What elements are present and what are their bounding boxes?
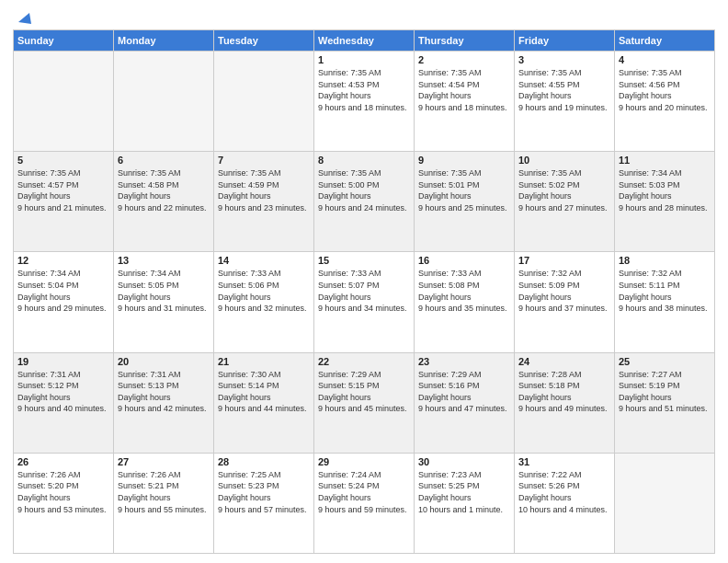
day-info: Sunrise: 7:35 AMSunset: 4:53 PMDaylight … xyxy=(318,67,410,113)
logo-wordmark xyxy=(13,9,33,22)
day-info: Sunrise: 7:32 AMSunset: 5:11 PMDaylight … xyxy=(619,268,711,314)
day-number: 7 xyxy=(218,155,310,166)
day-info: Sunrise: 7:35 AMSunset: 5:00 PMDaylight … xyxy=(318,167,410,213)
calendar-cell: 18Sunrise: 7:32 AMSunset: 5:11 PMDayligh… xyxy=(615,252,715,352)
calendar-cell: 15Sunrise: 7:33 AMSunset: 5:07 PMDayligh… xyxy=(314,252,415,352)
day-info: Sunrise: 7:35 AMSunset: 5:02 PMDaylight … xyxy=(518,167,610,213)
day-number: 8 xyxy=(318,155,410,166)
calendar-cell: 4Sunrise: 7:35 AMSunset: 4:56 PMDaylight… xyxy=(615,52,715,152)
day-info: Sunrise: 7:34 AMSunset: 5:05 PMDaylight … xyxy=(118,268,210,314)
calendar-cell: 22Sunrise: 7:29 AMSunset: 5:15 PMDayligh… xyxy=(314,352,415,453)
calendar-cell: 29Sunrise: 7:24 AMSunset: 5:24 PMDayligh… xyxy=(314,453,415,553)
col-header-sunday: Sunday xyxy=(14,30,114,52)
calendar-cell: 24Sunrise: 7:28 AMSunset: 5:18 PMDayligh… xyxy=(515,352,615,453)
day-number: 2 xyxy=(418,54,510,65)
calendar-cell: 12Sunrise: 7:34 AMSunset: 5:04 PMDayligh… xyxy=(14,252,114,352)
col-header-saturday: Saturday xyxy=(615,30,715,52)
calendar-cell: 13Sunrise: 7:34 AMSunset: 5:05 PMDayligh… xyxy=(114,252,214,352)
col-header-monday: Monday xyxy=(114,30,214,52)
calendar-cell: 3Sunrise: 7:35 AMSunset: 4:55 PMDaylight… xyxy=(515,52,615,152)
day-number: 24 xyxy=(518,356,610,367)
day-info: Sunrise: 7:35 AMSunset: 4:55 PMDaylight … xyxy=(518,67,610,113)
day-info: Sunrise: 7:23 AMSunset: 5:25 PMDaylight … xyxy=(418,469,510,515)
calendar-week-row: 26Sunrise: 7:26 AMSunset: 5:20 PMDayligh… xyxy=(14,453,715,553)
calendar-cell: 16Sunrise: 7:33 AMSunset: 5:08 PMDayligh… xyxy=(415,252,515,352)
day-info: Sunrise: 7:22 AMSunset: 5:26 PMDaylight … xyxy=(518,469,610,515)
calendar-table: SundayMondayTuesdayWednesdayThursdayFrid… xyxy=(13,29,715,554)
day-number: 10 xyxy=(518,155,610,166)
calendar-week-row: 5Sunrise: 7:35 AMSunset: 4:57 PMDaylight… xyxy=(14,152,715,252)
day-info: Sunrise: 7:35 AMSunset: 4:57 PMDaylight … xyxy=(17,167,109,213)
day-number: 20 xyxy=(118,356,210,367)
day-info: Sunrise: 7:33 AMSunset: 5:07 PMDaylight … xyxy=(318,268,410,314)
day-number: 11 xyxy=(619,155,711,166)
day-number: 25 xyxy=(619,356,711,367)
calendar-cell: 10Sunrise: 7:35 AMSunset: 5:02 PMDayligh… xyxy=(515,152,615,252)
calendar-cell: 31Sunrise: 7:22 AMSunset: 5:26 PMDayligh… xyxy=(515,453,615,553)
day-number: 6 xyxy=(118,155,210,166)
col-header-friday: Friday xyxy=(515,30,615,52)
day-number: 17 xyxy=(518,255,610,266)
calendar-week-row: 1Sunrise: 7:35 AMSunset: 4:53 PMDaylight… xyxy=(14,52,715,152)
day-number: 1 xyxy=(318,54,410,65)
day-info: Sunrise: 7:34 AMSunset: 5:04 PMDaylight … xyxy=(17,268,109,314)
day-number: 19 xyxy=(17,356,109,367)
day-number: 5 xyxy=(17,155,109,166)
calendar-cell: 2Sunrise: 7:35 AMSunset: 4:54 PMDaylight… xyxy=(415,52,515,152)
svg-marker-3 xyxy=(18,13,31,24)
day-number: 15 xyxy=(318,255,410,266)
day-number: 22 xyxy=(318,356,410,367)
day-info: Sunrise: 7:31 AMSunset: 5:13 PMDaylight … xyxy=(118,369,210,415)
calendar-cell: 9Sunrise: 7:35 AMSunset: 5:01 PMDaylight… xyxy=(415,152,515,252)
calendar-cell: 20Sunrise: 7:31 AMSunset: 5:13 PMDayligh… xyxy=(114,352,214,453)
day-info: Sunrise: 7:26 AMSunset: 5:20 PMDaylight … xyxy=(17,469,109,515)
day-info: Sunrise: 7:29 AMSunset: 5:15 PMDaylight … xyxy=(318,369,410,415)
calendar-header-row: SundayMondayTuesdayWednesdayThursdayFrid… xyxy=(14,30,715,52)
day-number: 14 xyxy=(218,255,310,266)
calendar-cell xyxy=(14,52,114,152)
day-number: 28 xyxy=(218,456,310,467)
day-info: Sunrise: 7:28 AMSunset: 5:18 PMDaylight … xyxy=(518,369,610,415)
col-header-tuesday: Tuesday xyxy=(214,30,314,52)
calendar-cell xyxy=(615,453,715,553)
day-info: Sunrise: 7:32 AMSunset: 5:09 PMDaylight … xyxy=(518,268,610,314)
day-number: 16 xyxy=(418,255,510,266)
day-number: 12 xyxy=(17,255,109,266)
col-header-thursday: Thursday xyxy=(415,30,515,52)
calendar-cell: 5Sunrise: 7:35 AMSunset: 4:57 PMDaylight… xyxy=(14,152,114,252)
day-number: 18 xyxy=(619,255,711,266)
day-info: Sunrise: 7:24 AMSunset: 5:24 PMDaylight … xyxy=(318,469,410,515)
day-info: Sunrise: 7:26 AMSunset: 5:21 PMDaylight … xyxy=(118,469,210,515)
day-info: Sunrise: 7:35 AMSunset: 4:56 PMDaylight … xyxy=(619,67,711,113)
calendar-cell: 14Sunrise: 7:33 AMSunset: 5:06 PMDayligh… xyxy=(214,252,314,352)
day-number: 21 xyxy=(218,356,310,367)
col-header-wednesday: Wednesday xyxy=(314,30,415,52)
day-number: 30 xyxy=(418,456,510,467)
day-number: 26 xyxy=(17,456,109,467)
calendar-cell: 8Sunrise: 7:35 AMSunset: 5:00 PMDaylight… xyxy=(314,152,415,252)
day-info: Sunrise: 7:35 AMSunset: 4:58 PMDaylight … xyxy=(118,167,210,213)
calendar-week-row: 12Sunrise: 7:34 AMSunset: 5:04 PMDayligh… xyxy=(14,252,715,352)
calendar-week-row: 19Sunrise: 7:31 AMSunset: 5:12 PMDayligh… xyxy=(14,352,715,453)
day-number: 4 xyxy=(619,54,711,65)
day-number: 27 xyxy=(118,456,210,467)
page: General Blue SundayMondayTuesdayWednesda… xyxy=(0,0,728,563)
calendar-cell xyxy=(114,52,214,152)
day-info: Sunrise: 7:31 AMSunset: 5:12 PMDaylight … xyxy=(17,369,109,415)
calendar-cell: 11Sunrise: 7:34 AMSunset: 5:03 PMDayligh… xyxy=(615,152,715,252)
calendar-cell: 27Sunrise: 7:26 AMSunset: 5:21 PMDayligh… xyxy=(114,453,214,553)
day-number: 23 xyxy=(418,356,510,367)
day-info: Sunrise: 7:27 AMSunset: 5:19 PMDaylight … xyxy=(619,369,711,415)
calendar-cell: 6Sunrise: 7:35 AMSunset: 4:58 PMDaylight… xyxy=(114,152,214,252)
day-number: 13 xyxy=(118,255,210,266)
day-info: Sunrise: 7:29 AMSunset: 5:16 PMDaylight … xyxy=(418,369,510,415)
calendar-cell: 25Sunrise: 7:27 AMSunset: 5:19 PMDayligh… xyxy=(615,352,715,453)
calendar-cell: 23Sunrise: 7:29 AMSunset: 5:16 PMDayligh… xyxy=(415,352,515,453)
logo-triangle-icon xyxy=(15,9,33,26)
day-number: 9 xyxy=(418,155,510,166)
day-info: Sunrise: 7:35 AMSunset: 4:59 PMDaylight … xyxy=(218,167,310,213)
calendar-cell: 21Sunrise: 7:30 AMSunset: 5:14 PMDayligh… xyxy=(214,352,314,453)
calendar-cell: 1Sunrise: 7:35 AMSunset: 4:53 PMDaylight… xyxy=(314,52,415,152)
calendar-cell: 17Sunrise: 7:32 AMSunset: 5:09 PMDayligh… xyxy=(515,252,615,352)
day-info: Sunrise: 7:33 AMSunset: 5:08 PMDaylight … xyxy=(418,268,510,314)
